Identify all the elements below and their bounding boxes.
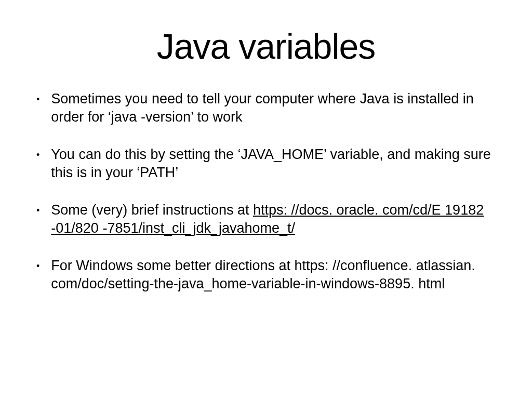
bullet-text: For Windows some better directions at ht…	[51, 257, 496, 292]
slide-title: Java variables	[36, 26, 496, 66]
list-item: • Some (very) brief instructions at http…	[36, 201, 496, 237]
list-item: • You can do this by setting the ‘JAVA_H…	[36, 145, 496, 181]
list-item: • For Windows some better directions at …	[36, 257, 496, 292]
list-item: • Sometimes you need to tell your comput…	[36, 90, 496, 126]
bullet-text: Sometimes you need to tell your computer…	[51, 90, 496, 126]
bullet-list: • Sometimes you need to tell your comput…	[36, 90, 496, 292]
bullet-icon: •	[36, 149, 39, 161]
bullet-icon: •	[36, 260, 39, 272]
bullet-text: You can do this by setting the ‘JAVA_HOM…	[51, 145, 496, 181]
bullet-icon: •	[36, 94, 39, 105]
bullet-text: Some (very) brief instructions at https:…	[51, 201, 496, 237]
bullet-icon: •	[36, 205, 39, 217]
